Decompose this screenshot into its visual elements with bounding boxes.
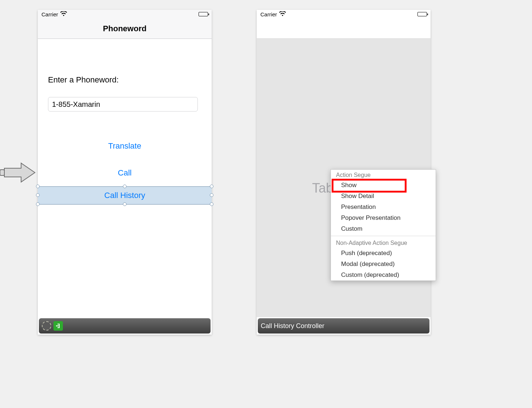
resize-handle[interactable] [123, 202, 127, 206]
status-bar: Carrier [257, 10, 431, 19]
segue-item-show-detail[interactable]: Show Detail [331, 191, 436, 202]
segue-item-push[interactable]: Push (deprecated) [331, 248, 436, 259]
segue-context-menu: Action Segue Show Show Detail Presentati… [331, 169, 436, 281]
resize-handle[interactable] [36, 185, 40, 188]
phoneword-scene: Carrier Phoneword Enter a Phoneword: 1-8… [38, 10, 212, 335]
segue-section-header: Action Segue [331, 170, 436, 180]
exit-icon[interactable] [53, 321, 63, 331]
enter-phoneword-label: Enter a Phoneword: [48, 75, 119, 85]
wifi-icon [60, 11, 67, 17]
view-controller-icon[interactable] [42, 321, 51, 331]
call-history-button[interactable]: Call History [38, 186, 212, 205]
phoneword-input-value: 1-855-Xamarin [52, 100, 100, 109]
status-bar: Carrier [38, 10, 212, 19]
resize-handle[interactable] [210, 193, 213, 197]
nav-bar-blank [257, 19, 431, 38]
translate-button[interactable]: Translate [38, 141, 212, 151]
resize-handle[interactable] [123, 185, 127, 188]
svg-marker-1 [4, 163, 35, 182]
resize-handle[interactable] [210, 202, 213, 206]
wifi-icon [279, 11, 286, 17]
segue-item-popover[interactable]: Popover Presentation [331, 213, 436, 223]
resize-handle[interactable] [36, 193, 40, 197]
segue-item-presentation[interactable]: Presentation [331, 202, 436, 213]
battery-icon [199, 12, 208, 16]
segue-item-custom[interactable]: Custom [331, 223, 436, 234]
battery-icon [417, 12, 427, 16]
nav-title: Phoneword [103, 24, 147, 33]
segue-item-modal[interactable]: Modal (deprecated) [331, 259, 436, 270]
call-button[interactable]: Call [38, 168, 212, 178]
carrier-label: Carrier [260, 11, 277, 17]
menu-divider [331, 236, 436, 236]
carrier-label: Carrier [41, 11, 58, 17]
segue-item-custom-deprecated[interactable]: Custom (deprecated) [331, 270, 436, 280]
call-history-label: Call History [104, 191, 145, 200]
svg-rect-0 [0, 170, 4, 175]
storyboard-entry-arrow[interactable] [0, 162, 36, 183]
resize-handle[interactable] [36, 202, 40, 206]
resize-handle[interactable] [210, 185, 213, 188]
segue-item-show[interactable]: Show [331, 180, 436, 191]
phoneword-input[interactable]: 1-855-Xamarin [48, 97, 198, 112]
scene-dock-left[interactable] [39, 318, 211, 334]
segue-section-header-2: Non-Adaptive Action Segue [331, 238, 436, 248]
navigation-bar: Phoneword [38, 19, 212, 39]
scene-dock-right[interactable]: Call History Controller [258, 318, 429, 334]
phoneword-content: Enter a Phoneword: 1-855-Xamarin Transla… [38, 39, 212, 317]
scene-name-label: Call History Controller [261, 322, 324, 330]
